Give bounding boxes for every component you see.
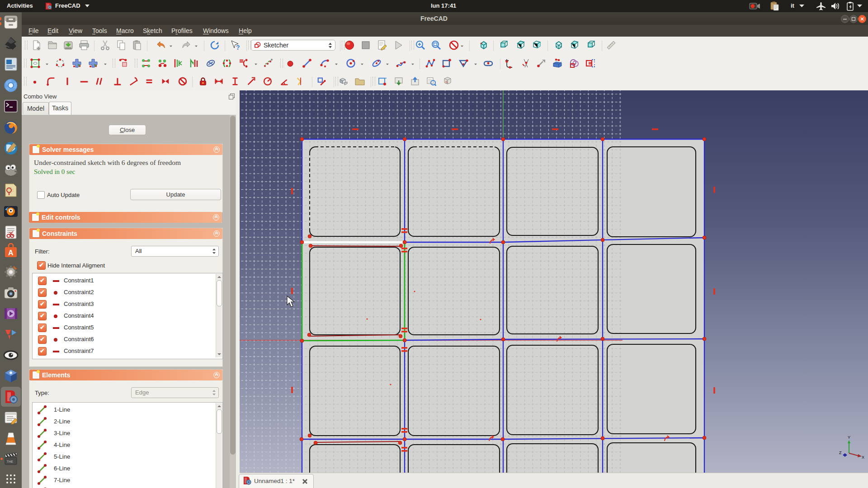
- svg-text:A: A: [8, 249, 14, 257]
- svg-text:?: ?: [236, 44, 240, 51]
- svg-text:Y: Y: [848, 435, 850, 440]
- svg-text:Z: Z: [839, 450, 842, 455]
- svg-text:X: X: [862, 455, 864, 460]
- svg-text:S: S: [445, 80, 448, 84]
- svg-text:THE: THE: [7, 460, 13, 463]
